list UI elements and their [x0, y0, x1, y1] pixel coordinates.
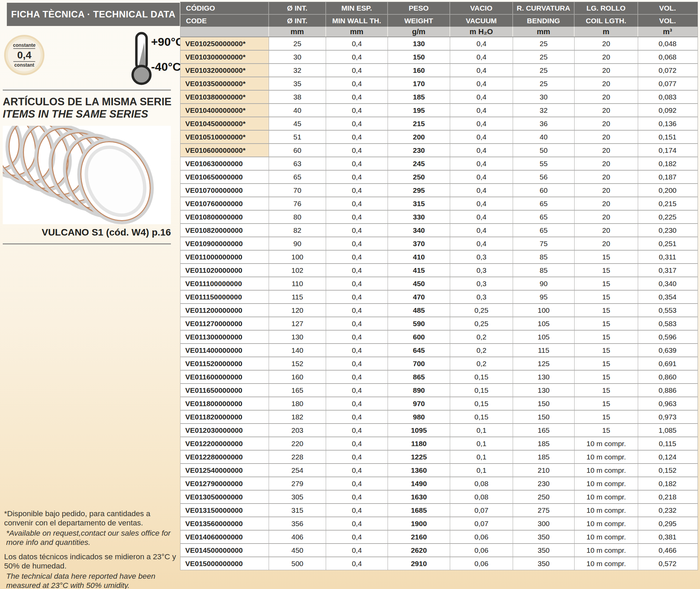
cell-code: VE010800000000: [180, 211, 269, 223]
cell-code: VE012790000000: [180, 477, 269, 490]
cell-vacuum: 0,2: [450, 331, 513, 343]
cell-diameter: 100: [269, 251, 326, 263]
cell-code: VE011820000000: [180, 411, 269, 423]
cell-diameter: 130: [269, 331, 326, 343]
product-caption: VULCANO S1 (cód. W4) p.16: [3, 227, 171, 238]
cell-min-wall: 0,4: [326, 144, 388, 157]
cell-min-wall: 0,4: [326, 344, 388, 357]
cell-volume: 0,068: [638, 51, 697, 63]
cell-bending: 115: [513, 344, 575, 357]
cell-coil-length: 20: [575, 64, 638, 77]
cell-coil-length: 20: [575, 184, 638, 197]
cell-coil-length: 10 m compr.: [575, 491, 638, 503]
cell-bending: 25: [513, 64, 575, 77]
cell-volume: 0,340: [638, 277, 697, 290]
cell-diameter: 35: [269, 77, 326, 90]
cell-code: VE011150000000: [180, 291, 269, 303]
cell-min-wall: 0,4: [326, 197, 388, 210]
cell-weight: 150: [388, 51, 450, 63]
cell-volume: 0,174: [638, 144, 697, 157]
table-row: VE010400000000*400,41950,432200,092: [180, 104, 698, 117]
cell-weight: 340: [388, 224, 450, 237]
cell-bending: 350: [513, 557, 575, 570]
cell-min-wall: 0,4: [326, 424, 388, 437]
cell-weight: 250: [388, 171, 450, 183]
cell-weight: 450: [388, 277, 450, 290]
cell-code: VE010320000000*: [180, 64, 269, 77]
page-title: FICHA TÈCNICA · TECHNICAL DATA: [7, 3, 180, 26]
cell-coil-length: 10 m compr.: [575, 477, 638, 490]
cell-bending: 50: [513, 144, 575, 157]
cell-bending: 60: [513, 184, 575, 197]
cell-diameter: 450: [269, 544, 326, 557]
badge-value: 0,4: [17, 50, 31, 61]
cell-volume: 0,232: [638, 504, 697, 517]
cell-coil-length: 10 m compr.: [575, 504, 638, 517]
unit-4: m H₂O: [450, 27, 513, 37]
cell-volume: 0,466: [638, 544, 697, 557]
cell-bending: 105: [513, 331, 575, 343]
cell-bending: 185: [513, 437, 575, 450]
cell-bending: 75: [513, 237, 575, 250]
cell-coil-length: 15: [575, 424, 638, 437]
cell-min-wall: 0,4: [326, 384, 388, 397]
cell-volume: 0,354: [638, 291, 697, 303]
cell-bending: 95: [513, 291, 575, 303]
cell-diameter: 140: [269, 344, 326, 357]
cell-coil-length: 15: [575, 277, 638, 290]
cell-vacuum: 0,07: [450, 504, 513, 517]
cell-vacuum: 0,08: [450, 491, 513, 503]
cell-weight: 2160: [388, 531, 450, 543]
cell-bending: 210: [513, 464, 575, 477]
cell-diameter: 406: [269, 531, 326, 543]
table-row: VE0140600000004060,421600,0635010 m comp…: [180, 531, 698, 544]
cell-volume: 0,124: [638, 451, 697, 463]
cell-code: VE013560000000: [180, 517, 269, 530]
cell-weight: 1685: [388, 504, 450, 517]
table-header-row-es: CÓDIGOØ INT.MIN ESP.PESOVACIOR. CURVATUR…: [180, 2, 698, 15]
cell-vacuum: 0,2: [450, 357, 513, 370]
spiral-hose-illustration: [3, 126, 171, 224]
cell-volume: 0,596: [638, 331, 697, 343]
cell-weight: 315: [388, 197, 450, 210]
cell-vacuum: 0,15: [450, 397, 513, 410]
cell-vacuum: 0,07: [450, 517, 513, 530]
cell-vacuum: 0,4: [450, 64, 513, 77]
cell-coil-length: 15: [575, 397, 638, 410]
cell-code: VE010600000000*: [180, 144, 269, 157]
cell-bending: 165: [513, 424, 575, 437]
header-es-0: CÓDIGO: [180, 2, 269, 14]
cell-min-wall: 0,4: [326, 531, 388, 543]
cell-coil-length: 15: [575, 411, 638, 423]
cell-vacuum: 0,06: [450, 557, 513, 570]
cell-volume: 0,048: [638, 37, 697, 50]
header-en-0: CODE: [180, 15, 269, 27]
cell-weight: 245: [388, 157, 450, 170]
temperature-min: -40°C: [151, 60, 181, 73]
header-en-2: MIN WALL TH.: [326, 15, 388, 27]
cell-coil-length: 10 m compr.: [575, 517, 638, 530]
cell-coil-length: 20: [575, 211, 638, 223]
table-row: VE010700000000700,42950,460200,200: [180, 184, 698, 197]
cell-weight: 295: [388, 184, 450, 197]
cell-min-wall: 0,4: [326, 397, 388, 410]
table-row: VE0114000000001400,46450,2115150,639: [180, 344, 698, 357]
cell-volume: 0,973: [638, 411, 697, 423]
header-en-4: VACUUM: [450, 15, 513, 27]
cell-bending: 105: [513, 317, 575, 330]
cell-code: VE012200000000: [180, 437, 269, 450]
cell-vacuum: 0,4: [450, 77, 513, 90]
cell-weight: 485: [388, 304, 450, 317]
cell-diameter: 38: [269, 91, 326, 103]
cell-coil-length: 20: [575, 171, 638, 183]
cell-bending: 55: [513, 157, 575, 170]
cell-vacuum: 0,4: [450, 157, 513, 170]
cell-vacuum: 0,15: [450, 411, 513, 423]
cell-diameter: 500: [269, 557, 326, 570]
cell-diameter: 80: [269, 211, 326, 223]
cell-vacuum: 0,06: [450, 531, 513, 543]
table-row: VE010900000000900,43700,475200,251: [180, 237, 698, 251]
cell-weight: 2620: [388, 544, 450, 557]
cell-volume: 1,085: [638, 424, 697, 437]
cell-vacuum: 0,4: [450, 237, 513, 250]
